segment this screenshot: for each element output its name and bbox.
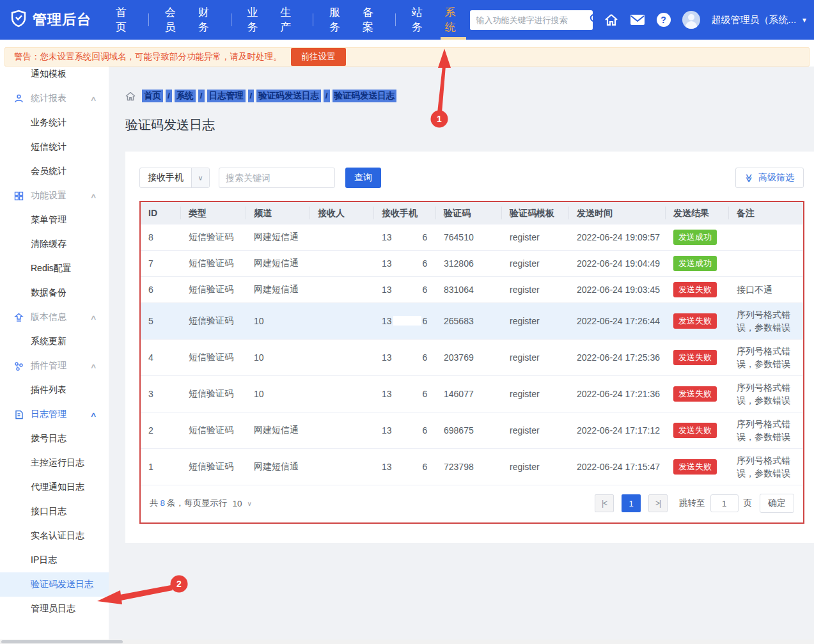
keyword-input[interactable] (219, 168, 335, 188)
sidebar-item-system-update[interactable]: 系统更新 (0, 329, 109, 354)
horizontal-scrollbar[interactable] (0, 640, 814, 644)
sidebar-item-sms-stats[interactable]: 短信统计 (0, 135, 109, 159)
breadcrumb-item[interactable]: 首页 (142, 90, 163, 102)
confirm-button[interactable]: 确定 (760, 494, 794, 513)
nav-item-member[interactable]: 会员 (157, 0, 190, 40)
sidebar-group-function-settings[interactable]: 功能设置 ∧ (0, 184, 109, 208)
nav-item-site[interactable]: 站务 (403, 0, 437, 40)
column-header-remark[interactable]: 备注 (729, 207, 803, 219)
cell-id: 7 (141, 258, 181, 269)
chevron-down-icon[interactable]: ▼ (801, 17, 808, 24)
sidebar-item-plugin-list[interactable]: 插件列表 (0, 378, 109, 402)
brand-logo[interactable]: 管理后台 (0, 10, 107, 30)
sidebar-item-agent-notify-log[interactable]: 代理通知日志 (0, 475, 109, 499)
advanced-filter-button[interactable]: ≫ 高级筛选 (735, 168, 804, 188)
sidebar-item-business-stats[interactable]: 业务统计 (0, 111, 109, 135)
table-row[interactable]: 3 短信验证码 10 136 146077 register 2022-06-2… (141, 375, 803, 412)
avatar[interactable] (682, 11, 700, 29)
sidebar-item-admin-log[interactable]: 管理员日志 (0, 597, 109, 621)
page-number-button[interactable]: 1 (622, 494, 641, 512)
status-badge: 发送失败 (673, 282, 717, 297)
search-field-select[interactable]: 接收手机 ∨ (139, 168, 210, 188)
sidebar-group-label: 统计报表 (31, 93, 67, 104)
column-header-template[interactable]: 验证码模板 (502, 207, 569, 219)
sidebar-item-notify-template[interactable]: 通知模板 (0, 67, 109, 86)
sidebar-group-plugin-manage[interactable]: 插件管理 ∧ (0, 354, 109, 378)
sidebar-item-captcha-send-log[interactable]: 验证码发送日志 (0, 572, 109, 597)
table-row[interactable]: 2 短信验证码 网建短信通 136 698675 register 2022-0… (141, 412, 803, 448)
cell-result: 发送成功 (666, 256, 729, 271)
table-row[interactable]: 1 短信验证码 网建短信通 136 723798 register 2022-0… (141, 448, 803, 485)
global-search[interactable] (470, 10, 593, 30)
sidebar-group-version-info[interactable]: 版本信息 ∧ (0, 305, 109, 329)
table-row[interactable]: 6 短信验证码 网建短信通 136 831064 register 2022-0… (141, 276, 803, 302)
column-header-receiver[interactable]: 接收人 (310, 207, 374, 219)
column-header-code[interactable]: 验证码 (436, 207, 502, 219)
sidebar-item-master-run-log[interactable]: 主控运行日志 (0, 451, 109, 475)
chevron-up-icon[interactable]: ∧ (90, 95, 97, 103)
cell-phone: 136 (374, 389, 436, 399)
cell-result: 发送失败 (666, 350, 729, 365)
column-header-result[interactable]: 发送结果 (666, 207, 729, 219)
sidebar-item-api-log[interactable]: 接口日志 (0, 499, 109, 524)
global-search-input[interactable] (476, 15, 589, 25)
go-settings-button[interactable]: 前往设置 (291, 48, 346, 66)
breadcrumb-item[interactable]: 验证码发送日志 (333, 90, 397, 102)
sidebar-item-member-stats[interactable]: 会员统计 (0, 159, 109, 184)
nav-item-production[interactable]: 生产 (272, 0, 305, 40)
cell-time: 2022-06-24 19:09:57 (569, 232, 666, 242)
chevron-up-icon[interactable]: ∧ (90, 192, 97, 200)
mail-icon[interactable] (630, 14, 645, 26)
sidebar-item-ip-log[interactable]: IP日志 (0, 548, 109, 572)
table-row[interactable]: 5 短信验证码 10 136 265683 register 2022-06-2… (141, 302, 803, 339)
breadcrumb-item[interactable]: 验证码发送日志 (256, 90, 321, 102)
sidebar-group-stats-report[interactable]: 统计报表 ∧ (0, 86, 109, 111)
help-icon[interactable]: ? (657, 13, 671, 27)
table-row[interactable]: 8 短信验证码 网建短信通 136 764510 register 2022-0… (141, 224, 803, 250)
column-header-time[interactable]: 发送时间 (569, 207, 666, 219)
cell-channel: 10 (246, 352, 310, 363)
query-button[interactable]: 查询 (345, 168, 381, 188)
sidebar-group-log-manage[interactable]: 日志管理 ∧ (0, 402, 109, 427)
warning-banner: 警告：您未设置系统回调域名，可能导致部分功能异常，请及时处理。 前往设置 (4, 47, 810, 67)
scrollbar-thumb[interactable] (1, 640, 123, 643)
column-header-phone[interactable]: 接收手机 (374, 207, 436, 219)
pagination-bar: 共8条，每页显示行 10 ∨ |< 1 >| 跳转至 页 确定 (141, 485, 803, 522)
column-header-channel[interactable]: 频道 (246, 207, 310, 219)
content-area: 通知模板 统计报表 ∧ 业务统计 短信统计 会员统计 功能设置 ∧ 菜单管理 清… (0, 67, 814, 640)
breadcrumb-item[interactable]: 日志管理 (207, 90, 246, 102)
table-row[interactable]: 7 短信验证码 网建短信通 136 312806 register 2022-0… (141, 250, 803, 276)
cell-id: 1 (141, 462, 181, 472)
user-menu[interactable]: 超级管理员（系统... (712, 14, 797, 26)
jump-page-input[interactable] (710, 494, 739, 512)
nav-item-business[interactable]: 业务 (239, 0, 272, 40)
table-row[interactable]: 4 短信验证码 10 136 203769 register 2022-06-2… (141, 339, 803, 375)
nav-item-finance[interactable]: 财务 (190, 0, 223, 40)
search-icon[interactable] (589, 13, 600, 27)
column-header-type[interactable]: 类型 (181, 207, 246, 219)
sidebar-item-data-backup[interactable]: 数据备份 (0, 281, 109, 305)
chevron-up-icon[interactable]: ∧ (90, 411, 97, 419)
home-icon[interactable] (604, 13, 618, 26)
sidebar-item-realname-log[interactable]: 实名认证日志 (0, 524, 109, 548)
sidebar-item-dial-log[interactable]: 拨号日志 (0, 427, 109, 451)
sidebar-item-menu-manage[interactable]: 菜单管理 (0, 208, 109, 232)
sidebar-item-redis-config[interactable]: Redis配置 (0, 256, 109, 281)
top-navbar: 管理后台 首页 会员 财务 业务 生产 服务 备案 站务 系统 (0, 0, 814, 40)
nav-item-home[interactable]: 首页 (107, 0, 141, 40)
chevron-up-icon[interactable]: ∧ (90, 313, 97, 322)
first-page-button[interactable]: |< (595, 494, 614, 512)
page-size-select[interactable]: 10 (233, 499, 242, 508)
column-header-id[interactable]: ID (141, 207, 181, 219)
breadcrumb-home-icon[interactable] (125, 91, 136, 101)
pagination-total: 共8条，每页显示行 (150, 498, 228, 509)
breadcrumb-item[interactable]: 系统 (175, 90, 196, 102)
chevron-up-icon[interactable]: ∧ (90, 362, 97, 370)
sidebar-item-clear-cache[interactable]: 清除缓存 (0, 232, 109, 256)
cell-id: 5 (141, 316, 181, 326)
nav-item-service[interactable]: 服务 (321, 0, 354, 40)
chevron-down-icon[interactable]: ∨ (247, 500, 252, 507)
nav-item-record[interactable]: 备案 (354, 0, 387, 40)
last-page-button[interactable]: >| (648, 494, 668, 512)
nav-item-system[interactable]: 系统 (437, 0, 470, 40)
